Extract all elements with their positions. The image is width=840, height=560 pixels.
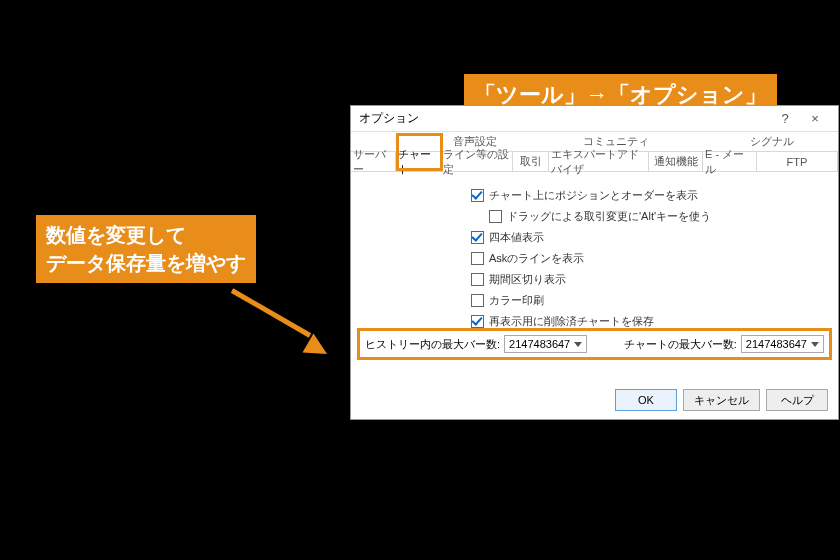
- dialog-titlebar: オプション ? ×: [351, 106, 838, 132]
- check-color-print-row: カラー印刷: [471, 293, 818, 308]
- tab-line-settings[interactable]: ライン等の設定: [441, 152, 513, 171]
- help-footer-button[interactable]: ヘルプ: [766, 389, 828, 411]
- tab-email[interactable]: E - メール: [703, 152, 757, 171]
- check-ohlc-row: 四本値表示: [471, 230, 818, 245]
- tab-content: チャート上にポジションとオーダーを表示 ドラッグによる取引変更に'Alt'キーを…: [351, 172, 838, 345]
- check-ask-line-label: Askのラインを表示: [489, 251, 584, 266]
- history-bars-label: ヒストリー内の最大バー数:: [365, 337, 500, 352]
- help-button[interactable]: ?: [770, 108, 800, 130]
- check-ohlc[interactable]: [471, 231, 484, 244]
- history-bars-combo[interactable]: 2147483647: [504, 335, 587, 353]
- check-show-positions-label: チャート上にポジションとオーダーを表示: [489, 188, 698, 203]
- annotation-arrow-head: [303, 333, 333, 363]
- tab-chart[interactable]: チャート: [396, 152, 441, 171]
- dialog-title: オプション: [359, 110, 419, 127]
- tab-notify[interactable]: 通知機能: [649, 152, 703, 171]
- check-show-positions[interactable]: [471, 189, 484, 202]
- check-ohlc-label: 四本値表示: [489, 230, 544, 245]
- dialog-footer: OK キャンセル ヘルプ: [615, 389, 828, 411]
- check-drag-alt-label: ドラッグによる取引変更に'Alt'キーを使う: [507, 209, 711, 224]
- close-button[interactable]: ×: [800, 108, 830, 130]
- check-period-sep[interactable]: [471, 273, 484, 286]
- tab-trade[interactable]: 取引: [513, 152, 549, 171]
- check-show-positions-row: チャート上にポジションとオーダーを表示: [471, 188, 818, 203]
- tab-expert-advisor[interactable]: エキスパートアドバイザ: [549, 152, 649, 171]
- check-color-print-label: カラー印刷: [489, 293, 544, 308]
- check-period-sep-label: 期間区切り表示: [489, 272, 566, 287]
- check-drag-alt-row: ドラッグによる取引変更に'Alt'キーを使う: [489, 209, 818, 224]
- bar-count-row: ヒストリー内の最大バー数: 2147483647 チャートの最大バー数: 214…: [365, 333, 824, 355]
- annotation-left-line2: データ保存量を増やす: [46, 249, 246, 277]
- check-period-sep-row: 期間区切り表示: [471, 272, 818, 287]
- check-ask-line[interactable]: [471, 252, 484, 265]
- tab-server[interactable]: サーバー: [351, 152, 396, 171]
- check-color-print[interactable]: [471, 294, 484, 307]
- annotation-arrow: [231, 288, 311, 337]
- options-dialog: オプション ? × 音声設定 コミュニティ シグナル サーバー チャート ライン…: [350, 105, 839, 420]
- ok-button[interactable]: OK: [615, 389, 677, 411]
- check-ask-line-row: Askのラインを表示: [471, 251, 818, 266]
- cancel-button[interactable]: キャンセル: [683, 389, 760, 411]
- tab-ftp[interactable]: FTP: [757, 152, 838, 171]
- tabrow-bottom: サーバー チャート ライン等の設定 取引 エキスパートアドバイザ 通知機能 E …: [351, 152, 838, 172]
- check-drag-alt[interactable]: [489, 210, 502, 223]
- chart-bars-combo[interactable]: 2147483647: [741, 335, 824, 353]
- chart-bars-label: チャートの最大バー数:: [624, 337, 737, 352]
- check-save-deleted-row: 再表示用に削除済チャートを保存: [471, 314, 818, 329]
- check-save-deleted[interactable]: [471, 315, 484, 328]
- annotation-left-line1: 数値を変更して: [46, 221, 246, 249]
- annotation-left-callout: 数値を変更して データ保存量を増やす: [36, 215, 256, 283]
- check-save-deleted-label: 再表示用に削除済チャートを保存: [489, 314, 654, 329]
